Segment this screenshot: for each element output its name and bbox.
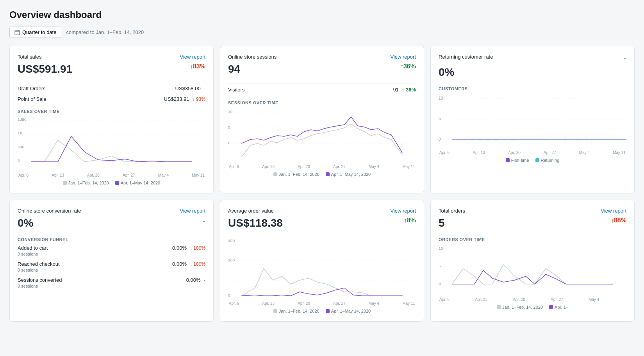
total-sales-legend: Jan. 1–Feb. 14, 2020 Apr. 1–May 14, 2020: [18, 181, 205, 185]
svg-text:0: 0: [228, 293, 230, 297]
orders-x-axis: Apr. 6Apr. 13Apr. 20Apr. 27May 4|: [439, 297, 626, 302]
online-sessions-card: Online store sessions View report 94 ↑36…: [220, 46, 424, 193]
pos-label: Point of Sale: [18, 96, 46, 102]
total-orders-title: Total orders: [439, 208, 465, 214]
avg-order-x-axis: Apr. 6Apr. 13Apr. 20Apr. 27May 4May 11: [228, 301, 416, 306]
toolbar: Quarter to date compared to Jan. 1–Feb. …: [9, 27, 635, 38]
online-sessions-view-report[interactable]: View report: [390, 54, 416, 60]
checkout-value: 0.00%: [172, 261, 187, 267]
svg-text:5: 5: [439, 264, 441, 268]
visitors-row: Visitors 91 ↑ 36%: [228, 83, 416, 96]
added-cart-change: ↓ 100%: [190, 245, 205, 251]
online-sessions-change: ↑36%: [400, 63, 416, 70]
returning-rate-legend: First-time Returning: [439, 158, 626, 163]
conversion-rate-value: 0%: [18, 217, 33, 229]
converted-value: 0.00%: [186, 277, 201, 283]
checkout-sessions: 0 sessions: [18, 268, 205, 272]
svg-text:5: 5: [439, 116, 441, 121]
total-sales-change: ↓83%: [190, 63, 205, 70]
returning-rate-chart: 10 5 0: [439, 94, 626, 149]
visitors-label: Visitors: [228, 87, 244, 93]
conversion-rate-dash: -: [203, 217, 205, 226]
avg-order-card: Average order value View report US$118.3…: [220, 200, 424, 322]
avg-order-legend: Jan. 1–Feb. 14, 2020 Apr. 1–May 14, 2020: [228, 309, 416, 313]
total-sales-title: Total sales: [18, 54, 41, 60]
checkout-change: ↓ 100%: [190, 261, 205, 267]
pos-value: US$233.91: [164, 96, 189, 102]
added-cart-label: Added to cart: [18, 245, 48, 251]
svg-text:0: 0: [18, 159, 20, 163]
converted-sessions: 0 sessions: [18, 284, 205, 288]
visitors-change: ↑ 36%: [402, 87, 416, 93]
date-button-label: Quarter to date: [22, 29, 56, 35]
pos-change: ↓ 93%: [193, 97, 205, 102]
returning-rate-dash: -: [624, 54, 626, 63]
total-orders-card: Total orders View report 5 ↓88% ORDERS O…: [430, 200, 635, 322]
total-orders-value: 5: [439, 217, 445, 229]
returning-rate-value: 0%: [439, 66, 454, 79]
returning-rate-card: Returning customer rate - 0% CUSTOMERS 1…: [430, 46, 635, 193]
conversion-rate-view-report[interactable]: View report: [180, 208, 205, 214]
svg-text:10: 10: [439, 96, 443, 100]
avg-order-change: ↑8%: [404, 217, 416, 224]
avg-order-title: Average order value: [228, 208, 274, 214]
orders-over-time-label: ORDERS OVER TIME: [439, 237, 626, 242]
online-sessions-chart: 10 5 0: [228, 108, 416, 163]
svg-text:1.5K: 1.5K: [18, 118, 26, 122]
conversion-rate-card: Online store conversion rate View report…: [9, 200, 214, 322]
legend-returning: Returning: [541, 158, 560, 163]
svg-text:0: 0: [439, 282, 441, 286]
svg-text:400: 400: [228, 239, 235, 243]
date-range-button[interactable]: Quarter to date: [9, 27, 61, 38]
compare-text: compared to Jan. 1–Feb. 14, 2020: [66, 29, 144, 35]
added-cart-sessions: 0 sessions: [18, 252, 205, 256]
total-sales-value: US$591.91: [18, 63, 72, 75]
svg-text:200: 200: [228, 258, 235, 262]
total-sales-card: Total sales View report US$591.91 ↓83% D…: [9, 46, 214, 193]
svg-text:10: 10: [228, 110, 232, 114]
svg-rect-0: [15, 30, 20, 35]
avg-order-chart: 400 200 0: [228, 237, 416, 300]
customers-label: CUSTOMERS: [439, 86, 626, 91]
sales-x-axis: Apr. 6Apr. 13Apr. 20Apr. 27May 4May 11: [18, 173, 205, 177]
total-orders-view-report[interactable]: View report: [601, 208, 626, 214]
svg-text:0: 0: [439, 137, 441, 141]
total-sales-chart: 1.5K 1K 500 0: [18, 117, 205, 172]
conversion-rate-title: Online store conversion rate: [18, 208, 81, 214]
total-orders-legend: Jan. 1–Feb. 14, 2020 Apr. 1–: [439, 305, 626, 309]
svg-text:1K: 1K: [18, 131, 23, 135]
legend-first-time: First-time: [511, 158, 529, 163]
sessions-over-time-label: SESSIONS OVER TIME: [228, 100, 416, 105]
total-orders-change: ↓88%: [611, 217, 626, 224]
svg-text:5: 5: [228, 125, 230, 129]
online-sessions-legend: Jan. 1–Feb. 14, 2020 Apr. 1–May 14, 2020: [228, 172, 416, 177]
sessions-x-axis: Apr. 6Apr. 13Apr. 20Apr. 27May 4May 11: [228, 165, 416, 169]
avg-order-value: US$118.38: [228, 217, 283, 229]
total-sales-view-report[interactable]: View report: [180, 54, 205, 60]
sales-over-time-label: SALES OVER TIME: [18, 109, 205, 114]
returning-rate-title: Returning customer rate: [439, 54, 493, 60]
added-cart-value: 0.00%: [172, 245, 187, 251]
svg-text:0: 0: [228, 141, 230, 145]
draft-orders-label: Draft Orders: [18, 86, 46, 91]
visitors-value: 91: [393, 87, 398, 93]
conversion-funnel-label: CONVERSION FUNNEL: [18, 237, 205, 242]
draft-orders-change: -: [204, 86, 205, 91]
converted-change: -: [204, 277, 205, 283]
sessions-converted-item: Sessions converted 0.00% - 0 sessions: [18, 277, 205, 288]
svg-text:10: 10: [439, 247, 443, 250]
page-title: Overview dashboard: [9, 9, 635, 20]
reached-checkout-item: Reached checkout 0.00% ↓ 100% 0 sessions: [18, 261, 205, 272]
draft-orders-value: US$358.00: [175, 86, 201, 91]
avg-order-view-report[interactable]: View report: [390, 208, 416, 214]
returning-x-axis: Apr. 6Apr. 13Apr. 20Apr. 27May 4May 11: [439, 150, 626, 155]
calendar-icon: [14, 30, 20, 35]
dashboard-grid: Total sales View report US$591.91 ↓83% D…: [9, 46, 635, 322]
total-orders-chart: 10 5 0: [439, 245, 626, 296]
online-sessions-value: 94: [228, 63, 240, 75]
svg-text:500: 500: [18, 145, 24, 149]
converted-label: Sessions converted: [18, 277, 62, 283]
checkout-label: Reached checkout: [18, 261, 60, 267]
added-to-cart-item: Added to cart 0.00% ↓ 100% 0 sessions: [18, 245, 205, 256]
online-sessions-title: Online store sessions: [228, 54, 277, 60]
